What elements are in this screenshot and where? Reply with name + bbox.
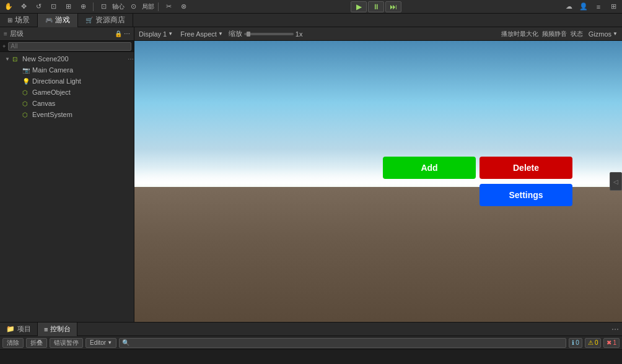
hand-tool-icon[interactable]: ✋: [2, 1, 15, 12]
tab-scene-label: 场景: [15, 15, 30, 25]
hierarchy-more-icon[interactable]: ⋯: [124, 30, 130, 37]
console-toolbar: 清除 折叠 错误暂停 Editor ▼ ℹ 0 ⚠ 0 ✖ 1: [0, 336, 622, 350]
expand-arrow-root: ▼: [5, 56, 11, 62]
layout-icon[interactable]: ⊞: [607, 1, 620, 12]
scale-slider-thumb[interactable]: [247, 32, 250, 37]
hierarchy-item-eventsystem[interactable]: ⬡ EventSystem: [0, 109, 134, 120]
gizmos-selector[interactable]: Gizmos ▼: [587, 30, 620, 38]
game-btn-row-1: Add Delete: [383, 157, 572, 179]
gizmos-arrow-icon: ▼: [613, 31, 618, 37]
console-tab-label: 控制台: [50, 324, 71, 334]
game-tab-icon: 🎮: [45, 17, 53, 24]
bottom-tab-more[interactable]: ⋯: [608, 325, 622, 334]
cut-icon[interactable]: ✂: [162, 1, 175, 12]
hierarchy-panel-icons: 🔒 ⋯: [115, 30, 130, 37]
step-button[interactable]: ⏭: [385, 1, 401, 12]
tab-game-label: 游戏: [55, 15, 70, 25]
warn-badge-count: 0: [595, 339, 598, 346]
rect-tool-icon[interactable]: ⊞: [62, 1, 74, 12]
store-tab-icon: 🛒: [85, 17, 93, 24]
middle-row: ≡ 层级 🔒 ⋯ + ▼ ⊡ New Scene200 ⋯: [0, 27, 622, 322]
hierarchy-menu-icon: ≡: [4, 30, 7, 37]
scene-tab-icon: ⊞: [7, 17, 12, 24]
console-editor-arrow-icon: ▼: [107, 340, 112, 345]
aspect-label: Free Aspect: [180, 30, 217, 38]
gameobject-icon: ⬡: [22, 89, 31, 96]
scale-tool-icon[interactable]: ⊡: [47, 1, 59, 12]
rotate-tool-icon[interactable]: ↺: [32, 1, 45, 12]
info-badge-count: 0: [576, 339, 579, 346]
game-delete-button[interactable]: Delete: [480, 157, 572, 179]
tab-scene[interactable]: ⊞ 场景: [0, 14, 38, 27]
aspect-selector[interactable]: Free Aspect ▼: [178, 30, 225, 38]
hierarchy-item-root[interactable]: ▼ ⊡ New Scene200 ⋯: [0, 53, 134, 64]
display-selector[interactable]: Display 1 ▼: [137, 30, 175, 38]
hierarchy-item-gameobject[interactable]: ⬡ GameObject: [0, 87, 134, 98]
local-tool-icon[interactable]: ⊙: [127, 1, 139, 12]
console-fold-btn[interactable]: 折叠: [26, 338, 47, 348]
hierarchy-search-input[interactable]: [8, 42, 131, 51]
error-badge-icon: ✖: [607, 339, 611, 346]
gizmos-label: Gizmos: [589, 30, 611, 38]
game-ui-buttons: Add Delete Settings: [134, 41, 622, 322]
pivot-label: 轴心: [112, 2, 125, 11]
project-tab-label: 项目: [17, 324, 31, 334]
collab-icon[interactable]: ☁: [563, 1, 575, 12]
game-btn-row-2: Settings: [480, 184, 572, 206]
hierarchy-header: ≡ 层级 🔒 ⋯: [0, 27, 134, 41]
root-label: New Scene200: [22, 55, 69, 63]
project-tab-icon: 📁: [6, 325, 15, 333]
tab-store[interactable]: 🛒 资源商店: [78, 14, 133, 27]
game-add-button[interactable]: Add: [383, 157, 476, 179]
add-icon[interactable]: +: [2, 43, 6, 50]
resize-handle[interactable]: ◁: [610, 172, 622, 191]
console-clear-btn[interactable]: 清除: [2, 338, 24, 348]
move-tool-icon[interactable]: ✥: [17, 1, 30, 12]
pause-button[interactable]: ⏸: [368, 1, 384, 12]
canvas-icon: ⬡: [22, 100, 31, 107]
console-tab-icon: ≡: [44, 326, 48, 333]
warn-badge-icon: ⚠: [588, 339, 594, 346]
hierarchy-item-light[interactable]: 💡 Directional Light: [0, 76, 134, 87]
console-error-badge[interactable]: ✖ 1: [603, 338, 620, 348]
top-toolbar: ✋ ✥ ↺ ⊡ ⊞ ⊕ ⊡ 轴心 ⊙ 局部 ✂ ⊗ ▶ ⏸ ⏭ ☁ 👤 ≡ ⊞: [0, 0, 622, 14]
play-button[interactable]: ▶: [351, 1, 367, 12]
scale-control: 缩放 1x: [229, 29, 303, 38]
pivot-tool-icon[interactable]: ⊡: [97, 1, 110, 12]
console-pause-btn[interactable]: 错误暂停: [50, 338, 83, 348]
hierarchy-lock-icon[interactable]: 🔒: [115, 30, 122, 37]
console-warn-badge[interactable]: ⚠ 0: [585, 338, 602, 348]
layers-icon[interactable]: ≡: [592, 1, 605, 12]
light-label: Directional Light: [32, 77, 81, 85]
console-editor-selector[interactable]: Editor ▼: [85, 338, 116, 348]
extra-icon[interactable]: ⊗: [177, 1, 190, 12]
transform-tool-icon[interactable]: ⊕: [77, 1, 89, 12]
scale-value: 1x: [296, 30, 303, 38]
console-search-input[interactable]: [119, 338, 566, 348]
scale-slider-track[interactable]: [244, 33, 294, 35]
maximize-btn[interactable]: 播放时最大化: [501, 30, 538, 38]
game-settings-button[interactable]: Settings: [480, 184, 572, 206]
display-arrow-icon: ▼: [168, 31, 173, 37]
stats-btn[interactable]: 状态: [571, 30, 583, 38]
hierarchy-item-canvas[interactable]: ⬡ Canvas: [0, 98, 134, 109]
root-more-icon[interactable]: ⋯: [128, 56, 134, 63]
hierarchy-header-left: ≡ 层级: [4, 29, 24, 38]
tab-game[interactable]: 🎮 游戏: [38, 14, 78, 27]
toolbar-sep-2: [158, 2, 159, 11]
camera-icon: 📷: [22, 67, 31, 74]
account-icon[interactable]: 👤: [577, 1, 590, 12]
mute-btn[interactable]: 频频静音: [542, 30, 567, 38]
console-info-badge[interactable]: ℹ 0: [569, 338, 582, 348]
hierarchy-title: 层级: [10, 29, 24, 38]
play-controls: ▶ ⏸ ⏭: [192, 1, 560, 12]
hierarchy-items: ▼ ⊡ New Scene200 ⋯ 📷 Main Camera 💡 Direc…: [0, 52, 134, 322]
toolbar-sep-1: [93, 2, 94, 11]
root-icon: ⊡: [12, 56, 21, 63]
tab-project[interactable]: 📁 项目: [0, 323, 38, 336]
canvas-label: Canvas: [32, 100, 55, 107]
info-badge-icon: ℹ: [572, 339, 574, 346]
hierarchy-item-camera[interactable]: 📷 Main Camera: [0, 64, 134, 76]
tab-console[interactable]: ≡ 控制台: [38, 323, 77, 336]
bottom-tabs: 📁 项目 ≡ 控制台 ⋯: [0, 323, 622, 336]
